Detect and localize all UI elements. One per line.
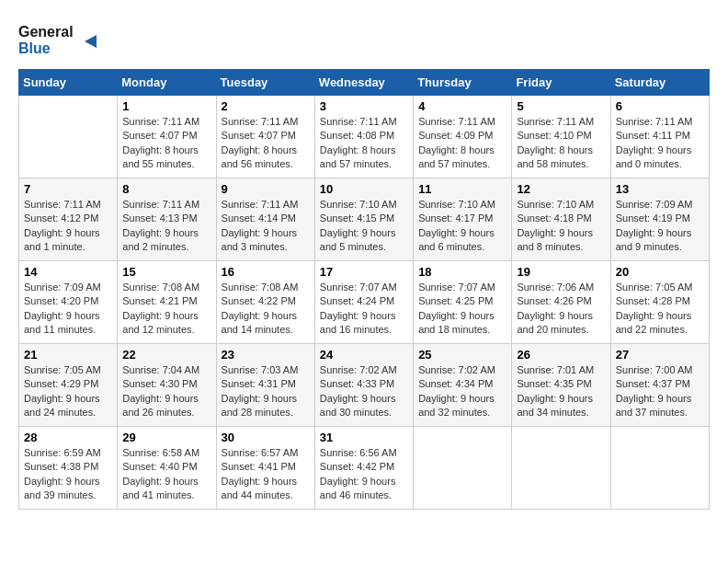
- day-number: 24: [320, 348, 408, 362]
- day-info: Sunrise: 7:03 AM Sunset: 4:31 PM Dayligh…: [222, 363, 310, 420]
- calendar-cell: 17Sunrise: 7:07 AM Sunset: 4:24 PM Dayli…: [314, 261, 413, 344]
- calendar-cell: 10Sunrise: 7:10 AM Sunset: 4:15 PM Dayli…: [314, 178, 413, 261]
- weekday-header-row: SundayMondayTuesdayWednesdayThursdayFrid…: [19, 70, 710, 96]
- day-number: 10: [320, 182, 408, 196]
- calendar-week-row: 1Sunrise: 7:11 AM Sunset: 4:07 PM Daylig…: [19, 96, 710, 178]
- calendar-cell: 5Sunrise: 7:11 AM Sunset: 4:10 PM Daylig…: [512, 96, 610, 178]
- day-info: Sunrise: 7:05 AM Sunset: 4:29 PM Dayligh…: [24, 363, 112, 420]
- day-number: 21: [24, 348, 112, 362]
- calendar-cell: 24Sunrise: 7:02 AM Sunset: 4:33 PM Dayli…: [314, 344, 413, 427]
- day-info: Sunrise: 6:58 AM Sunset: 4:40 PM Dayligh…: [122, 446, 210, 503]
- day-number: 2: [222, 99, 310, 113]
- calendar-cell: 21Sunrise: 7:05 AM Sunset: 4:29 PM Dayli…: [19, 344, 118, 427]
- day-info: Sunrise: 7:00 AM Sunset: 4:37 PM Dayligh…: [616, 363, 704, 420]
- day-number: 5: [517, 99, 605, 113]
- weekday-header-sunday: Sunday: [19, 70, 118, 96]
- calendar-cell: 6Sunrise: 7:11 AM Sunset: 4:11 PM Daylig…: [610, 96, 709, 178]
- weekday-header-friday: Friday: [512, 70, 610, 96]
- calendar-cell: 28Sunrise: 6:59 AM Sunset: 4:38 PM Dayli…: [19, 427, 118, 510]
- day-number: 19: [517, 265, 605, 279]
- day-info: Sunrise: 7:10 AM Sunset: 4:15 PM Dayligh…: [320, 198, 408, 255]
- day-info: Sunrise: 7:09 AM Sunset: 4:20 PM Dayligh…: [24, 281, 112, 338]
- calendar-cell: [19, 96, 118, 178]
- calendar-cell: 13Sunrise: 7:09 AM Sunset: 4:19 PM Dayli…: [610, 178, 709, 261]
- calendar-week-row: 14Sunrise: 7:09 AM Sunset: 4:20 PM Dayli…: [19, 261, 710, 344]
- calendar-cell: 27Sunrise: 7:00 AM Sunset: 4:37 PM Dayli…: [610, 344, 709, 427]
- day-info: Sunrise: 7:07 AM Sunset: 4:25 PM Dayligh…: [418, 281, 506, 338]
- calendar-cell: [512, 427, 610, 510]
- header: General Blue: [18, 18, 710, 60]
- day-info: Sunrise: 7:01 AM Sunset: 4:35 PM Dayligh…: [517, 363, 605, 420]
- calendar-week-row: 28Sunrise: 6:59 AM Sunset: 4:38 PM Dayli…: [19, 427, 710, 510]
- weekday-header-tuesday: Tuesday: [216, 70, 314, 96]
- day-number: 4: [418, 99, 506, 113]
- calendar-cell: 4Sunrise: 7:11 AM Sunset: 4:09 PM Daylig…: [414, 96, 512, 178]
- day-info: Sunrise: 7:07 AM Sunset: 4:24 PM Dayligh…: [320, 281, 408, 338]
- day-number: 16: [222, 265, 310, 279]
- day-info: Sunrise: 7:11 AM Sunset: 4:11 PM Dayligh…: [616, 115, 704, 172]
- calendar-cell: 25Sunrise: 7:02 AM Sunset: 4:34 PM Dayli…: [414, 344, 512, 427]
- calendar-table: SundayMondayTuesdayWednesdayThursdayFrid…: [18, 69, 710, 510]
- day-number: 1: [122, 99, 210, 113]
- day-number: 7: [24, 182, 112, 196]
- day-number: 26: [517, 348, 605, 362]
- day-info: Sunrise: 7:11 AM Sunset: 4:14 PM Dayligh…: [222, 198, 310, 255]
- day-number: 13: [616, 182, 704, 196]
- weekday-header-saturday: Saturday: [610, 70, 709, 96]
- calendar-cell: 29Sunrise: 6:58 AM Sunset: 4:40 PM Dayli…: [118, 427, 216, 510]
- day-number: 18: [418, 265, 506, 279]
- day-info: Sunrise: 7:11 AM Sunset: 4:10 PM Dayligh…: [517, 115, 605, 172]
- calendar-body: 1Sunrise: 7:11 AM Sunset: 4:07 PM Daylig…: [19, 96, 710, 510]
- svg-text:General: General: [18, 24, 74, 40]
- day-info: Sunrise: 7:11 AM Sunset: 4:09 PM Dayligh…: [418, 115, 506, 172]
- day-info: Sunrise: 7:11 AM Sunset: 4:12 PM Dayligh…: [24, 198, 112, 255]
- calendar-cell: 7Sunrise: 7:11 AM Sunset: 4:12 PM Daylig…: [19, 178, 118, 261]
- calendar-cell: 16Sunrise: 7:08 AM Sunset: 4:22 PM Dayli…: [216, 261, 314, 344]
- day-number: 6: [616, 99, 704, 113]
- calendar-cell: 8Sunrise: 7:11 AM Sunset: 4:13 PM Daylig…: [118, 178, 216, 261]
- day-number: 3: [320, 99, 408, 113]
- day-number: 25: [418, 348, 506, 362]
- day-number: 9: [222, 182, 310, 196]
- day-number: 31: [320, 431, 408, 444]
- calendar-cell: [610, 427, 709, 510]
- svg-text:Blue: Blue: [18, 40, 51, 56]
- calendar-cell: 2Sunrise: 7:11 AM Sunset: 4:07 PM Daylig…: [216, 96, 314, 178]
- day-number: 14: [24, 265, 112, 279]
- weekday-header-monday: Monday: [118, 70, 216, 96]
- day-info: Sunrise: 7:02 AM Sunset: 4:34 PM Dayligh…: [418, 363, 506, 420]
- day-info: Sunrise: 7:10 AM Sunset: 4:17 PM Dayligh…: [418, 198, 506, 255]
- day-info: Sunrise: 7:11 AM Sunset: 4:08 PM Dayligh…: [320, 115, 408, 172]
- calendar-cell: 15Sunrise: 7:08 AM Sunset: 4:21 PM Dayli…: [118, 261, 216, 344]
- calendar-week-row: 7Sunrise: 7:11 AM Sunset: 4:12 PM Daylig…: [19, 178, 710, 261]
- day-number: 17: [320, 265, 408, 279]
- day-info: Sunrise: 7:02 AM Sunset: 4:33 PM Dayligh…: [320, 363, 408, 420]
- calendar-week-row: 21Sunrise: 7:05 AM Sunset: 4:29 PM Dayli…: [19, 344, 710, 427]
- calendar-cell: 12Sunrise: 7:10 AM Sunset: 4:18 PM Dayli…: [512, 178, 610, 261]
- calendar-cell: [414, 427, 512, 510]
- svg-marker-2: [85, 35, 97, 48]
- calendar-cell: 30Sunrise: 6:57 AM Sunset: 4:41 PM Dayli…: [216, 427, 314, 510]
- calendar-cell: 26Sunrise: 7:01 AM Sunset: 4:35 PM Dayli…: [512, 344, 610, 427]
- day-number: 27: [616, 348, 704, 362]
- day-number: 22: [122, 348, 210, 362]
- calendar-cell: 3Sunrise: 7:11 AM Sunset: 4:08 PM Daylig…: [314, 96, 413, 178]
- calendar-cell: 20Sunrise: 7:05 AM Sunset: 4:28 PM Dayli…: [610, 261, 709, 344]
- day-info: Sunrise: 6:57 AM Sunset: 4:41 PM Dayligh…: [222, 446, 310, 503]
- calendar-cell: 14Sunrise: 7:09 AM Sunset: 4:20 PM Dayli…: [19, 261, 118, 344]
- day-number: 12: [517, 182, 605, 196]
- calendar-cell: 19Sunrise: 7:06 AM Sunset: 4:26 PM Dayli…: [512, 261, 610, 344]
- calendar-cell: 31Sunrise: 6:56 AM Sunset: 4:42 PM Dayli…: [314, 427, 413, 510]
- calendar-cell: 11Sunrise: 7:10 AM Sunset: 4:17 PM Dayli…: [414, 178, 512, 261]
- calendar-cell: 9Sunrise: 7:11 AM Sunset: 4:14 PM Daylig…: [216, 178, 314, 261]
- day-number: 28: [24, 431, 112, 444]
- day-number: 30: [222, 431, 310, 444]
- day-number: 23: [222, 348, 310, 362]
- day-number: 29: [122, 431, 210, 444]
- day-info: Sunrise: 7:10 AM Sunset: 4:18 PM Dayligh…: [517, 198, 605, 255]
- weekday-header-wednesday: Wednesday: [314, 70, 413, 96]
- day-info: Sunrise: 7:08 AM Sunset: 4:21 PM Dayligh…: [122, 281, 210, 338]
- day-number: 8: [122, 182, 210, 196]
- calendar-cell: 1Sunrise: 7:11 AM Sunset: 4:07 PM Daylig…: [118, 96, 216, 178]
- calendar-cell: 18Sunrise: 7:07 AM Sunset: 4:25 PM Dayli…: [414, 261, 512, 344]
